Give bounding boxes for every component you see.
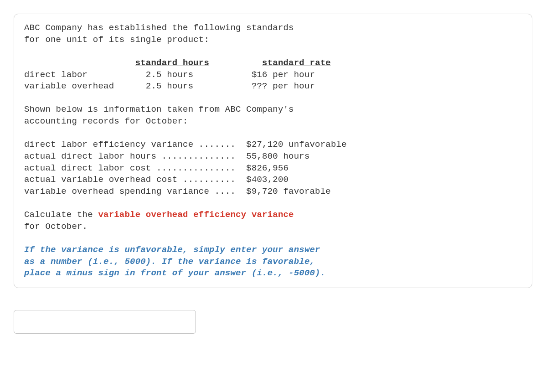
- rec3-label: actual direct labor cost ...............: [24, 163, 236, 173]
- row-voh-rate: ??? per hour: [252, 81, 315, 91]
- row-direct-labor: direct labor 2.5 hours $16 per hour: [24, 70, 315, 80]
- calc-line-1: Calculate the variable overhead efficien…: [24, 210, 294, 220]
- answer-input[interactable]: [14, 310, 196, 334]
- instr-line-1: If the variance is unfavorable, simply e…: [24, 245, 320, 255]
- rec1-value: $27,120 unfavorable: [246, 139, 346, 150]
- col-heading-hours: standard hours: [135, 58, 209, 68]
- rec2-value: 55,800 hours: [246, 151, 309, 161]
- instr-line-3: place a minus sign in front of your answ…: [24, 268, 325, 278]
- rec2-label: actual direct labor hours ..............: [24, 151, 236, 161]
- rec3-value: $826,956: [246, 163, 288, 173]
- row-dl-hours: 2.5 hours: [146, 70, 193, 80]
- record-row-3: actual direct labor cost ...............…: [24, 163, 288, 173]
- rec4-label: actual variable overhead cost ..........: [24, 175, 236, 185]
- row-voh-label: variable overhead: [24, 81, 114, 91]
- question-panel: ABC Company has established the followin…: [14, 14, 532, 288]
- row-dl-rate: $16 per hour: [252, 70, 315, 80]
- table-heading-row: standard hours standard rate: [24, 58, 331, 68]
- calc-target: variable overhead efficiency variance: [98, 210, 294, 220]
- calc-prefix: Calculate the: [24, 210, 98, 220]
- intro-line-1: ABC Company has established the followin…: [24, 23, 294, 33]
- calc-line-2: for October.: [24, 222, 88, 232]
- row-voh-hours: 2.5 hours: [146, 81, 193, 91]
- record-row-2: actual direct labor hours ..............…: [24, 151, 310, 161]
- rec4-value: $403,200: [246, 175, 288, 185]
- rec5-value: $9,720 favorable: [246, 186, 331, 196]
- row-dl-label: direct labor: [24, 70, 88, 80]
- rec5-label: variable overhead spending variance ....: [24, 186, 236, 196]
- col-heading-rate: standard rate: [262, 58, 331, 68]
- para2-line-2: accounting records for October:: [24, 116, 188, 126]
- rec1-label: direct labor efficiency variance .......: [24, 139, 236, 150]
- record-row-5: variable overhead spending variance ....…: [24, 186, 331, 196]
- instr-line-2: as a number (i.e., 5000). If the varianc…: [24, 257, 315, 267]
- row-variable-overhead: variable overhead 2.5 hours ??? per hour: [24, 81, 315, 91]
- intro-line-2: for one unit of its single product:: [24, 35, 209, 45]
- para2-line-1: Shown below is information taken from AB…: [24, 104, 294, 114]
- record-row-4: actual variable overhead cost ..........…: [24, 175, 288, 185]
- record-row-1: direct labor efficiency variance .......…: [24, 139, 347, 150]
